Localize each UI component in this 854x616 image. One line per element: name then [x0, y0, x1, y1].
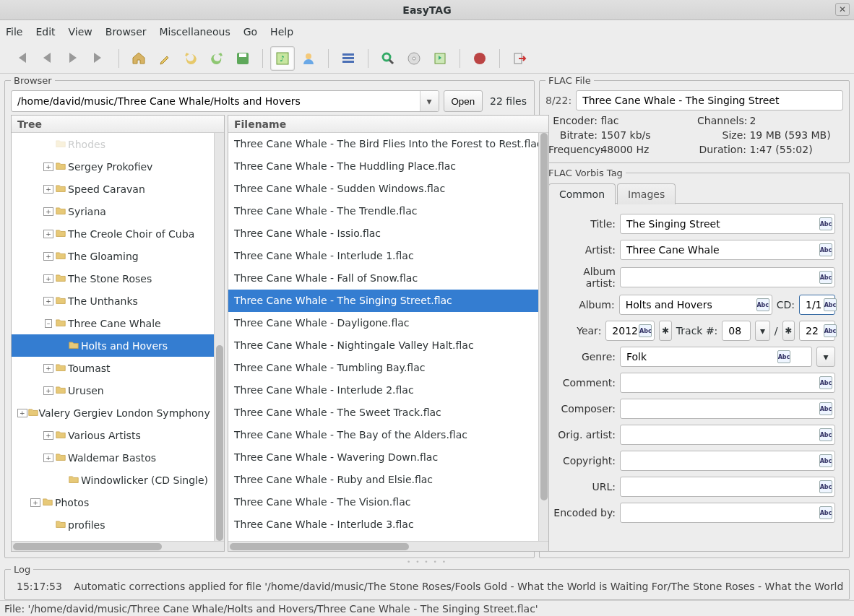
genre-dropdown[interactable]: ▾ — [816, 347, 835, 367]
album-artist-input[interactable] — [620, 267, 835, 287]
tree-item[interactable]: +Toumast — [12, 357, 224, 379]
filename-header[interactable]: Filename — [228, 116, 548, 133]
undo-button[interactable] — [178, 46, 203, 71]
file-name-input[interactable] — [576, 90, 843, 110]
tree-item[interactable]: +The Gloaming — [12, 245, 224, 267]
tree-hscrollbar[interactable] — [12, 541, 224, 551]
tree-item[interactable]: profiles — [12, 513, 224, 536]
file-item[interactable]: Three Cane Whale - The Sweet Track.flac — [228, 402, 548, 424]
menu-view[interactable]: View — [69, 26, 92, 38]
tree-item[interactable]: +The Unthanks — [12, 290, 224, 312]
orig-artist-input[interactable] — [620, 425, 835, 445]
encoded-by-input[interactable] — [620, 503, 835, 523]
nav-first-button[interactable] — [9, 46, 33, 71]
cddb-button[interactable] — [402, 46, 426, 71]
copyright-input[interactable] — [620, 451, 835, 471]
tag-icon[interactable]: Abc — [819, 376, 832, 389]
file-scrollbar[interactable] — [538, 133, 548, 541]
file-item[interactable]: Three Cane Whale - Sudden Windows.flac — [228, 178, 548, 200]
tree-item[interactable]: Holts and Hovers — [12, 334, 224, 357]
save-button[interactable] — [230, 46, 255, 71]
album-input[interactable] — [619, 295, 772, 315]
tree-item[interactable]: –Three Cane Whale — [12, 312, 224, 334]
menu-browser[interactable]: Browser — [105, 26, 147, 38]
tree-item[interactable]: +The Creole Choir of Cuba — [12, 222, 224, 245]
expander-icon[interactable]: + — [43, 363, 53, 373]
expander-icon[interactable]: – — [43, 318, 53, 328]
tree-item[interactable]: +Urusen — [12, 379, 224, 402]
tag-icon[interactable]: Abc — [819, 506, 832, 519]
expander-icon[interactable]: + — [43, 229, 53, 238]
file-item[interactable]: Three Cane Whale - Tumbling Bay.flac — [228, 357, 548, 379]
expander-icon[interactable]: + — [30, 498, 40, 507]
run-button[interactable] — [467, 46, 492, 71]
path-input[interactable] — [12, 95, 420, 107]
nav-next-button[interactable] — [61, 46, 85, 71]
nav-last-button[interactable] — [87, 46, 111, 71]
seq-total-button[interactable]: ✱ — [782, 321, 795, 341]
expander-icon[interactable]: + — [43, 274, 53, 283]
tag-icon[interactable]: Abc — [777, 350, 790, 363]
comment-input[interactable] — [620, 373, 835, 393]
tree-item[interactable]: +Valery Gergiev London Symphony Orchestr… — [12, 402, 224, 424]
title-input[interactable] — [620, 214, 835, 234]
tag-icon[interactable]: Abc — [824, 298, 837, 311]
menu-go[interactable]: Go — [243, 26, 257, 38]
file-item[interactable]: Three Cane Whale - The Trendle.flac — [228, 200, 548, 222]
menu-miscellaneous[interactable]: Miscellaneous — [160, 26, 230, 38]
track-input[interactable] — [722, 321, 751, 341]
tag-icon[interactable]: Abc — [824, 324, 837, 337]
file-item[interactable]: Three Cane Whale - Ruby and Elsie.flac — [228, 469, 548, 491]
tree-item[interactable]: +Syriana — [12, 200, 224, 222]
tag-icon[interactable]: Abc — [819, 480, 832, 493]
tag-icon[interactable]: Abc — [819, 217, 832, 230]
tree-item[interactable]: +Waldemar Bastos — [12, 446, 224, 469]
tag-icon[interactable]: Abc — [756, 298, 769, 311]
tree-item[interactable]: +Various Artists — [12, 424, 224, 446]
artist-input[interactable] — [620, 240, 835, 260]
expander-icon[interactable]: + — [43, 184, 53, 194]
file-item[interactable]: Three Cane Whale - The Singing Street.fl… — [228, 290, 548, 312]
tree-item[interactable]: +The Stone Roses — [12, 267, 224, 290]
expander-icon[interactable]: + — [43, 207, 53, 216]
open-button[interactable]: Open — [444, 90, 483, 112]
tree-item[interactable]: Windowlicker (CD Single) — [12, 469, 224, 491]
file-list[interactable]: Filename Three Cane Whale - The Bird Fli… — [228, 115, 549, 552]
tab-common[interactable]: Common — [548, 183, 616, 204]
nav-prev-button[interactable] — [35, 46, 59, 71]
track-stepper[interactable]: ▾ — [755, 321, 770, 341]
composer-input[interactable] — [620, 399, 835, 419]
redo-button[interactable] — [204, 46, 229, 71]
window-close-button[interactable]: ✕ — [835, 3, 850, 16]
expander-icon[interactable]: + — [43, 251, 53, 261]
tab-images[interactable]: Images — [617, 183, 676, 204]
tag-icon[interactable]: Abc — [639, 324, 652, 337]
file-item[interactable]: Three Cane Whale - The Vision.flac — [228, 491, 548, 513]
tree-item[interactable]: +Photos — [12, 491, 224, 513]
expander-icon[interactable]: + — [17, 408, 27, 417]
file-item[interactable]: Three Cane Whale - Interlude 1.flac — [228, 245, 548, 267]
search-button[interactable] — [376, 46, 400, 71]
file-item[interactable]: Three Cane Whale - The Bird Flies Into t… — [228, 133, 548, 155]
file-item[interactable]: Three Cane Whale - Fall of Snow.flac — [228, 267, 548, 290]
tree-header[interactable]: Tree — [12, 116, 224, 133]
tree-item[interactable]: +Sergey Prokofiev — [12, 155, 224, 178]
select-all-button[interactable] — [336, 46, 361, 71]
playlist-button[interactable] — [428, 46, 452, 71]
path-combo[interactable]: ▾ — [11, 90, 439, 112]
quit-button[interactable] — [507, 46, 532, 71]
brush-button[interactable] — [152, 46, 177, 71]
menu-edit[interactable]: Edit — [35, 26, 55, 38]
file-item[interactable]: Three Cane Whale - Dayligone.flac — [228, 312, 548, 334]
expander-icon[interactable]: + — [43, 296, 53, 305]
path-dropdown-button[interactable]: ▾ — [420, 91, 439, 111]
artist-view-button[interactable] — [296, 46, 321, 71]
home-button[interactable] — [126, 46, 151, 71]
file-item[interactable]: Three Cane Whale - The Bay of the Alders… — [228, 424, 548, 446]
tree-item[interactable]: Rhodes — [12, 133, 224, 155]
file-item[interactable]: Three Cane Whale - Wavering Down.flac — [228, 446, 548, 469]
expander-icon[interactable]: + — [43, 386, 53, 395]
tag-icon[interactable]: Abc — [819, 271, 832, 284]
file-item[interactable]: Three Cane Whale - Issio.flac — [228, 222, 548, 245]
file-hscrollbar[interactable] — [228, 541, 548, 551]
